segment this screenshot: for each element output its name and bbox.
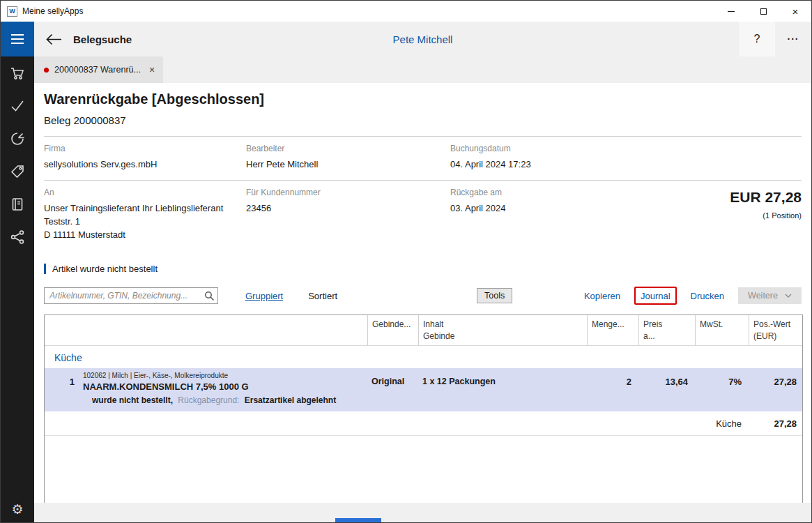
items-toolbar: Gruppiert Sortiert Tools Kopieren Journa… xyxy=(44,287,802,305)
cart-icon xyxy=(10,66,25,81)
help-button[interactable]: ? xyxy=(739,22,775,56)
sidebar-item-cart[interactable] xyxy=(1,56,34,89)
total-amount: EUR 27,28 xyxy=(645,189,802,206)
appbar: Belegsuche Pete Mitchell ? ··· xyxy=(34,22,811,56)
cell-mwst: 7% xyxy=(695,377,749,387)
cell-menge: 2 xyxy=(587,377,638,387)
unsaved-dot-icon xyxy=(44,68,49,73)
document-view: Warenrückgabe [Abgeschlossen] Beleg 2000… xyxy=(34,83,811,503)
field-kundennummer-value: 23456 xyxy=(246,202,450,215)
field-bearbeiter-label: Bearbeiter xyxy=(246,144,450,153)
field-firma-value: sellysolutions Serv.ges.mbH xyxy=(44,158,246,172)
tools-button[interactable]: Tools xyxy=(477,288,512,303)
field-bearbeiter-value: Herr Pete Mitchell xyxy=(246,158,450,172)
cell-inhalt: 1 x 12 Packungen xyxy=(418,377,587,386)
field-an-value: Unser Trainingslieferant Ihr Lieblingsli… xyxy=(44,202,246,242)
tab-label: 200000837 Warenrü... xyxy=(54,65,141,75)
user-name[interactable]: Pete Mitchell xyxy=(393,33,453,45)
group-header[interactable]: Küche xyxy=(45,346,802,368)
col-header-gebinde[interactable]: Gebinde... xyxy=(367,315,418,344)
tab-close-icon[interactable]: × xyxy=(149,64,155,75)
search-input[interactable] xyxy=(45,288,217,303)
kopieren-link[interactable]: Kopieren xyxy=(584,291,620,301)
gear-icon: ⚙ xyxy=(11,501,23,517)
back-arrow-icon xyxy=(45,33,62,45)
col-header-wert[interactable]: Pos.-Wert (EUR) xyxy=(749,315,803,344)
hint-text: Artikel wurde nicht bestellt xyxy=(52,264,158,274)
field-rueckgabe-am: Rückgabe am 03. April 2024 xyxy=(450,188,645,242)
summary-group-label: Küche xyxy=(695,418,749,429)
window-title: Meine sellyApps xyxy=(22,6,83,16)
field-kundennummer-label: Für Kundennummer xyxy=(246,188,450,197)
row-note: wurde nicht bestellt, Rückgabegrund: Ers… xyxy=(45,395,802,411)
col-header-preis[interactable]: Preis a... xyxy=(638,315,695,344)
field-bearbeiter: Bearbeiter Herr Pete Mitchell xyxy=(246,144,450,172)
hamburger-menu-button[interactable] xyxy=(1,22,34,56)
document-total: EUR 27,28 (1 Position) xyxy=(645,188,802,242)
screen-title[interactable]: Belegsuche xyxy=(73,33,132,45)
close-icon: × xyxy=(792,6,799,17)
col-header-inhalt[interactable]: Inhalt Gebinde xyxy=(418,315,587,344)
minimize-button[interactable] xyxy=(715,1,747,22)
cell-position: 1 xyxy=(45,377,83,387)
summary-group-value: 27,28 xyxy=(749,418,803,429)
gruppiert-toggle[interactable]: Gruppiert xyxy=(245,291,283,301)
field-firma-label: Firma xyxy=(44,144,246,153)
sidebar-item-network[interactable] xyxy=(1,220,34,253)
field-an-label: An xyxy=(44,188,246,197)
table-row[interactable]: 1 102062 | Milch | Eier-, Käse-, Molkere… xyxy=(45,368,802,395)
document-hint: Artikel wurde nicht bestellt xyxy=(44,264,802,274)
col-header-pos xyxy=(45,315,83,344)
document-tab[interactable]: 200000837 Warenrü... × xyxy=(34,56,163,83)
cell-gebinde: Original xyxy=(367,377,418,386)
article-meta: 102062 | Milch | Eier-, Käse-, Molkereip… xyxy=(83,372,367,379)
maximize-icon xyxy=(760,8,767,15)
row-note-reason-value: Ersatzartikel abgelehnt xyxy=(245,395,336,405)
app-icon: W xyxy=(7,6,17,17)
sidebar-item-statistics[interactable] xyxy=(1,122,34,155)
cell-preis: 13,64 xyxy=(638,377,695,387)
tab-strip: 200000837 Warenrü... × xyxy=(34,56,811,83)
col-header-menge[interactable]: Menge... xyxy=(587,315,638,344)
field-buchungsdatum-label: Buchungsdatum xyxy=(450,144,645,153)
document-title: Warenrückgabe [Abgeschlossen] xyxy=(44,91,802,107)
col-header-article xyxy=(83,315,367,344)
settings-button[interactable]: ⚙ xyxy=(11,501,23,517)
sidebar-item-tasks[interactable] xyxy=(1,89,34,122)
bottom-accent-bar xyxy=(335,518,381,522)
field-buchungsdatum-value: 04. April 2024 17:23 xyxy=(450,158,645,172)
document-fields-row-1: Firma sellysolutions Serv.ges.mbH Bearbe… xyxy=(44,137,802,179)
cell-article: 102062 | Milch | Eier-, Käse-, Molkereip… xyxy=(83,372,367,392)
pie-chart-icon xyxy=(10,131,25,146)
weitere-dropdown-button[interactable]: Weitere xyxy=(738,287,802,304)
search-icon xyxy=(204,291,215,304)
checkmark-icon xyxy=(10,98,25,114)
article-name: NAARM.KONDENSMILCH 7,5% 1000 G xyxy=(83,381,367,392)
field-buchungsdatum: Buchungsdatum 04. April 2024 17:23 xyxy=(450,144,645,172)
cell-wert: 27,28 xyxy=(749,377,803,387)
window-controls: × xyxy=(715,1,811,22)
maximize-button[interactable] xyxy=(747,1,779,22)
positions-table: Gebinde... Inhalt Gebinde Menge... Preis… xyxy=(44,314,803,508)
document-number: Beleg 200000837 xyxy=(44,114,802,126)
col-header-mwst[interactable]: MwSt. xyxy=(695,315,749,344)
journal-link[interactable]: Journal xyxy=(641,291,671,301)
table-header-row: Gebinde... Inhalt Gebinde Menge... Preis… xyxy=(45,315,802,345)
article-search[interactable] xyxy=(44,287,218,304)
sidebar-item-journal[interactable] xyxy=(1,188,34,220)
sidebar-item-articles[interactable] xyxy=(1,155,34,188)
hint-accent-bar xyxy=(44,264,46,274)
back-button[interactable] xyxy=(45,33,62,45)
book-icon xyxy=(10,197,25,212)
total-position-count: (1 Position) xyxy=(645,211,802,220)
field-kundennummer: Für Kundennummer 23456 xyxy=(246,188,450,242)
drucken-link[interactable]: Drucken xyxy=(691,291,724,301)
sidebar: ⚙ xyxy=(1,22,34,522)
group-summary-row: Küche 27,28 xyxy=(45,418,802,436)
more-options-button[interactable]: ··· xyxy=(775,22,811,56)
field-rueckgabe-value: 03. April 2024 xyxy=(450,202,645,215)
tag-icon xyxy=(10,164,25,179)
row-note-text: wurde nicht bestellt, xyxy=(92,395,173,405)
sortiert-toggle[interactable]: Sortiert xyxy=(308,291,337,301)
close-button[interactable]: × xyxy=(779,1,811,22)
